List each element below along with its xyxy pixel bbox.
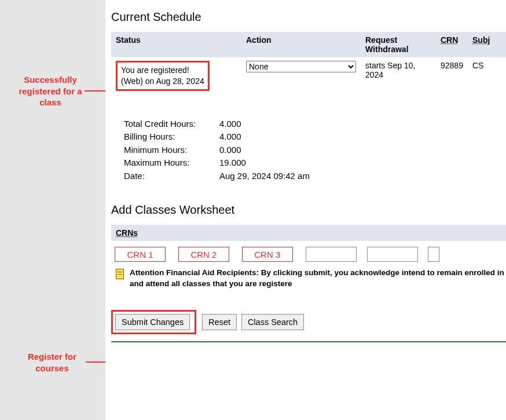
schedule-header-row: Status Action Request Withdrawal CRN Sub… [111, 32, 506, 57]
annotation-register-courses-line [86, 361, 105, 363]
cell-withdrawal: starts Sep 10, 2024 [361, 57, 436, 94]
crns-header-label: CRNs [116, 228, 138, 238]
financial-aid-text: Attention Financial Aid Recipients: By c… [130, 268, 506, 288]
billing-value: 4.000 [219, 130, 241, 144]
note-icon [115, 268, 125, 280]
content-panel: Current Schedule Status Action Request W… [105, 0, 506, 420]
cell-action: None [241, 57, 361, 94]
crns-header: CRNs [111, 225, 506, 241]
button-row: Submit Changes Reset Class Search [111, 310, 506, 334]
crn-input-row [111, 241, 506, 266]
col-status: Status [111, 32, 241, 57]
submit-changes-button[interactable]: Submit Changes [115, 314, 190, 330]
status-highlight-box: You are registered! (Web) on Aug 28, 202… [116, 61, 210, 91]
crn-input-1[interactable] [115, 247, 166, 262]
hours-summary: Total Credit Hours: 4.000 Billing Hours:… [124, 118, 506, 183]
col-action: Action [241, 32, 361, 57]
date-value: Aug 29, 2024 09:42 am [219, 170, 310, 183]
cell-status: You are registered! (Web) on Aug 28, 202… [111, 57, 241, 94]
submit-highlight-box: Submit Changes [111, 310, 196, 334]
max-hours-label: Maximum Hours: [124, 156, 219, 170]
action-select[interactable]: None [246, 61, 356, 72]
crn-input-4[interactable] [306, 247, 357, 262]
annotation-registered: Successfully registered for a class [7, 74, 94, 108]
cell-subj: CS [468, 57, 506, 94]
add-classes-heading: Add Classes Worksheet [111, 203, 506, 217]
class-search-button[interactable]: Class Search [241, 314, 304, 330]
financial-aid-notice: Attention Financial Aid Recipients: By c… [111, 266, 506, 288]
billing-label: Billing Hours: [124, 130, 219, 144]
annotation-register-courses: Register for courses [17, 351, 87, 374]
col-request-withdrawal: Request Withdrawal [361, 32, 436, 57]
reset-button[interactable]: Reset [202, 314, 237, 330]
max-hours-value: 19.000 [219, 156, 246, 170]
date-label: Date: [124, 170, 219, 183]
col-crn: CRN [436, 32, 468, 57]
current-schedule-heading: Current Schedule [111, 10, 506, 24]
cell-crn: 92889 [436, 57, 468, 94]
total-credit-label: Total Credit Hours: [124, 118, 219, 131]
col-subj: Subj [468, 32, 506, 57]
status-line-1: You are registered! [121, 65, 189, 75]
status-line-2: (Web) on Aug 28, 2024 [121, 76, 204, 86]
min-hours-value: 0.000 [219, 144, 241, 157]
total-credit-value: 4.000 [219, 118, 241, 131]
schedule-row: You are registered! (Web) on Aug 28, 202… [111, 57, 506, 94]
min-hours-label: Minimum Hours: [124, 144, 219, 157]
divider-rule [111, 341, 506, 342]
crn-input-6[interactable] [428, 247, 439, 262]
crn-input-3[interactable] [242, 247, 293, 262]
schedule-table: Status Action Request Withdrawal CRN Sub… [111, 32, 506, 94]
crn-input-2[interactable] [178, 247, 229, 262]
crn-input-5[interactable] [367, 247, 418, 262]
annotation-registered-line [85, 90, 105, 92]
